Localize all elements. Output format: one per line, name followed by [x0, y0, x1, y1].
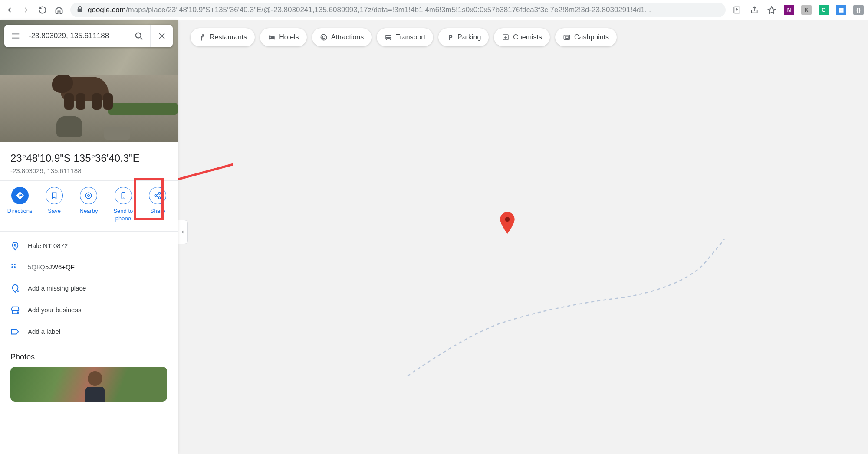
- extension-grammarly-icon[interactable]: G: [819, 5, 829, 15]
- svg-point-11: [11, 266, 13, 268]
- lock-icon: [76, 6, 83, 15]
- save-button[interactable]: Save: [38, 187, 70, 222]
- extension-blue-icon[interactable]: ▦: [836, 5, 846, 15]
- search-icon[interactable]: [128, 25, 150, 47]
- label-icon: [10, 327, 28, 336]
- chip-parking[interactable]: Parking: [438, 28, 489, 46]
- home-button[interactable]: [54, 5, 64, 15]
- svg-point-13: [322, 36, 325, 39]
- forward-button[interactable]: [21, 5, 31, 15]
- add-business-row[interactable]: Add your business: [0, 299, 178, 321]
- share-page-icon[interactable]: [749, 5, 760, 15]
- photos-heading: Photos: [0, 348, 178, 367]
- address-text: Hale NT 0872: [28, 242, 68, 249]
- bear-illustration: [52, 59, 122, 111]
- chip-hotels[interactable]: Hotels: [260, 28, 306, 46]
- svg-point-2: [88, 195, 90, 197]
- map-canvas[interactable]: Restaurants Hotels Attractions Transport…: [178, 20, 868, 454]
- svg-point-18: [505, 217, 510, 222]
- svg-point-14: [321, 34, 327, 40]
- browser-toolbar: google.com/maps/place/23°48'10.9"S+135°3…: [0, 0, 868, 20]
- pluscode-text: 5Q8Q5JW6+QF: [28, 263, 75, 271]
- svg-point-7: [159, 197, 161, 199]
- bookmark-icon: [46, 187, 63, 204]
- chip-chemists[interactable]: Chemists: [494, 28, 550, 46]
- directions-button[interactable]: Directions: [4, 187, 36, 222]
- svg-line-19: [172, 164, 233, 181]
- nearby-button[interactable]: Nearby: [72, 187, 105, 222]
- place-subtitle: -23.803029, 135.611188: [10, 167, 167, 174]
- phone-icon: [115, 187, 132, 204]
- address-bar[interactable]: google.com/maps/place/23°48'10.9"S+135°3…: [70, 3, 726, 17]
- svg-point-9: [11, 264, 13, 265]
- svg-point-6: [155, 195, 157, 197]
- menu-button[interactable]: [4, 25, 27, 47]
- add-pin-icon: [10, 284, 28, 293]
- store-icon: [10, 305, 28, 315]
- add-label-row[interactable]: Add a label: [0, 321, 178, 343]
- share-icon: [149, 187, 166, 204]
- extension-onenote-icon[interactable]: N: [784, 5, 794, 15]
- extension-code-icon[interactable]: {}: [853, 5, 864, 15]
- svg-point-3: [86, 193, 92, 199]
- place-title-block: 23°48'10.9"S 135°36'40.3"E -23.803029, 1…: [0, 142, 178, 180]
- browser-actions: N K G ▦ {}: [732, 5, 864, 15]
- clear-search-button[interactable]: [150, 25, 173, 47]
- svg-point-10: [14, 264, 16, 265]
- map-road-path: [403, 224, 733, 380]
- plus-code-icon: [10, 263, 28, 271]
- place-hero-image[interactable]: [0, 20, 178, 142]
- directions-icon: [11, 187, 29, 204]
- annotation-arrow: [168, 160, 237, 186]
- url-text: google.com/maps/place/23°48'10.9"S+135°3…: [88, 6, 651, 14]
- svg-rect-16: [564, 35, 570, 40]
- nearby-icon: [80, 187, 97, 204]
- share-button[interactable]: Share: [141, 187, 174, 222]
- svg-point-8: [14, 244, 16, 246]
- add-missing-place-row[interactable]: Add a missing place: [0, 278, 178, 299]
- category-chip-row: Restaurants Hotels Attractions Transport…: [191, 28, 617, 46]
- chip-attractions[interactable]: Attractions: [312, 28, 372, 46]
- back-button[interactable]: [4, 5, 15, 15]
- svg-rect-17: [566, 36, 568, 39]
- collapse-panel-button[interactable]: [178, 220, 188, 244]
- send-to-phone-button[interactable]: Send to phone: [107, 187, 139, 222]
- address-row[interactable]: Hale NT 0872: [0, 235, 178, 257]
- place-title: 23°48'10.9"S 135°36'40.3"E: [10, 152, 167, 164]
- bookmark-star-icon[interactable]: [766, 5, 777, 15]
- chip-transport[interactable]: Transport: [377, 28, 433, 46]
- install-app-icon[interactable]: [732, 5, 742, 15]
- extension-k-icon[interactable]: K: [801, 5, 812, 15]
- svg-point-1: [136, 33, 141, 38]
- chip-cashpoints[interactable]: Cashpoints: [555, 28, 617, 46]
- info-list: Hale NT 0872 5Q8Q5JW6+QF Add a missing p…: [0, 232, 178, 346]
- chip-restaurants[interactable]: Restaurants: [191, 28, 255, 46]
- reload-button[interactable]: [37, 5, 48, 15]
- svg-point-12: [14, 266, 16, 268]
- photo-thumbnail[interactable]: [10, 367, 167, 402]
- location-pin-icon: [10, 241, 28, 251]
- place-side-panel: 23°48'10.9"S 135°36'40.3"E -23.803029, 1…: [0, 20, 178, 454]
- pluscode-row[interactable]: 5Q8Q5JW6+QF: [0, 257, 178, 278]
- svg-point-5: [159, 193, 161, 195]
- action-row: Directions Save Nearby Send to phone: [0, 181, 178, 231]
- search-card: [4, 25, 173, 47]
- map-marker-icon[interactable]: [499, 212, 516, 235]
- search-input[interactable]: [27, 32, 128, 40]
